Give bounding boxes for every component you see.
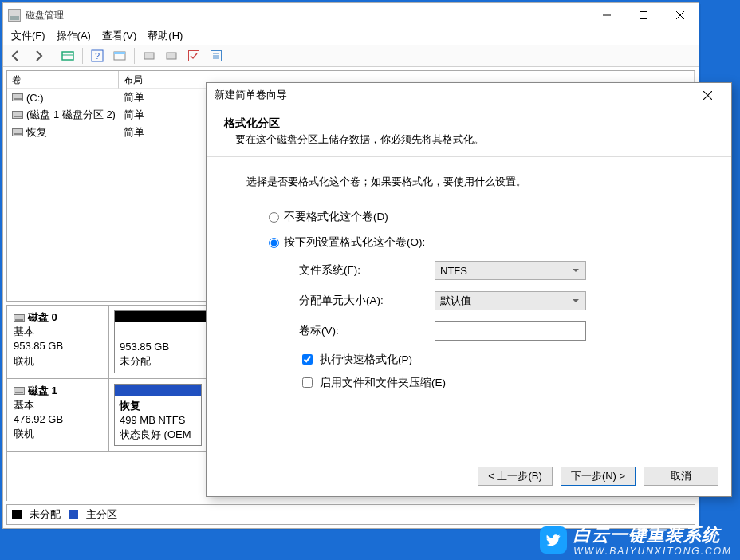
combo-allocation[interactable]: 默认值	[435, 291, 586, 310]
volume-icon	[12, 111, 23, 119]
radio-do-format-label: 按下列设置格式化这个卷(O):	[284, 235, 425, 250]
toolbar-icon-1[interactable]	[58, 47, 77, 65]
minimize-button[interactable]	[588, 3, 625, 27]
watermark: 白云一键重装系统 WWW.BAIYUNXITONG.COM	[540, 523, 735, 557]
app-icon	[8, 9, 21, 22]
watermark-bird-icon	[540, 526, 567, 554]
legend: 未分配 主分区	[6, 504, 695, 525]
cancel-button[interactable]: 取消	[644, 467, 718, 486]
menu-help[interactable]: 帮助(H)	[148, 29, 183, 43]
menu-action[interactable]: 操作(A)	[57, 29, 91, 43]
dialog-instruction: 选择是否要格式化这个卷；如果要格式化，要使用什么设置。	[246, 175, 691, 189]
checkbox-quick-format-label: 执行快速格式化(P)	[320, 353, 412, 367]
window-title: 磁盘管理	[26, 9, 64, 22]
toolbar-icon-3[interactable]	[140, 47, 159, 65]
checkbox-compression[interactable]	[302, 377, 313, 388]
help-icon[interactable]: ?	[88, 47, 107, 65]
partition-lane[interactable]: 恢复499 MB NTFS状态良好 (OEM	[114, 384, 202, 447]
volume-icon	[12, 128, 23, 136]
checkbox-quick-format[interactable]	[302, 354, 313, 365]
toolbar: ?	[3, 45, 699, 67]
close-button[interactable]	[662, 3, 699, 27]
watermark-domain: WWW.BAIYUNXITONG.COM	[573, 546, 732, 557]
menubar: 文件(F) 操作(A) 查看(V) 帮助(H)	[3, 27, 699, 45]
checkbox-compression-label: 启用文件和文件夹压缩(E)	[320, 376, 446, 390]
maximize-button[interactable]	[625, 3, 662, 27]
forward-button[interactable]	[29, 47, 48, 65]
toolbar-list-icon[interactable]	[207, 47, 226, 65]
legend-swatch-primary	[69, 510, 78, 519]
toolbar-check-icon[interactable]	[184, 47, 203, 65]
svg-text:?: ?	[95, 51, 100, 61]
col-volume[interactable]: 卷	[7, 71, 119, 89]
titlebar[interactable]: 磁盘管理	[3, 3, 699, 27]
dialog-close-button[interactable]	[691, 83, 723, 107]
dialog-titlebar[interactable]: 新建简单卷向导	[207, 83, 731, 107]
toolbar-icon-4[interactable]	[162, 47, 181, 65]
disk-icon	[14, 387, 25, 395]
svg-rect-9	[114, 52, 125, 54]
svg-rect-12	[189, 51, 199, 61]
svg-rect-11	[167, 53, 176, 59]
menu-view[interactable]: 查看(V)	[102, 29, 136, 43]
new-simple-volume-wizard: 新建简单卷向导 格式化分区 要在这个磁盘分区上储存数据，你必须先将其格式化。 选…	[206, 82, 732, 497]
back-button[interactable]: < 上一步(B)	[478, 467, 553, 486]
menu-file[interactable]: 文件(F)	[11, 29, 45, 43]
toolbar-icon-2[interactable]	[110, 47, 129, 65]
svg-rect-4	[62, 52, 73, 60]
disk-label: 磁盘 1 基本 476.92 GB 联机	[7, 379, 109, 452]
back-button[interactable]	[6, 47, 26, 65]
watermark-brand: 白云一键重装系统	[573, 525, 720, 545]
dialog-heading: 格式化分区	[224, 116, 714, 131]
partition-bar	[115, 385, 201, 396]
radio-do-format[interactable]	[269, 238, 279, 248]
next-button[interactable]: 下一步(N) >	[561, 467, 636, 486]
dialog-subheading: 要在这个磁盘分区上储存数据，你必须先将其格式化。	[235, 132, 714, 147]
radio-no-format[interactable]	[269, 212, 279, 223]
legend-swatch-unalloc	[12, 510, 22, 519]
svg-rect-10	[144, 53, 154, 59]
label-allocation: 分配单元大小(A):	[299, 294, 435, 308]
combo-filesystem[interactable]: NTFS	[435, 261, 586, 280]
label-volume-label: 卷标(V):	[299, 324, 435, 338]
dialog-footer: < 上一步(B) 下一步(N) > 取消	[207, 455, 731, 496]
disk-icon	[14, 314, 25, 322]
volume-icon	[12, 93, 23, 101]
svg-rect-1	[640, 12, 648, 19]
input-volume-label[interactable]	[435, 321, 586, 341]
label-filesystem: 文件系统(F):	[299, 263, 435, 278]
dialog-title: 新建简单卷向导	[215, 89, 287, 102]
radio-no-format-label: 不要格式化这个卷(D)	[284, 210, 388, 224]
disk-label: 磁盘 0 基本 953.85 GB 联机	[7, 306, 109, 378]
